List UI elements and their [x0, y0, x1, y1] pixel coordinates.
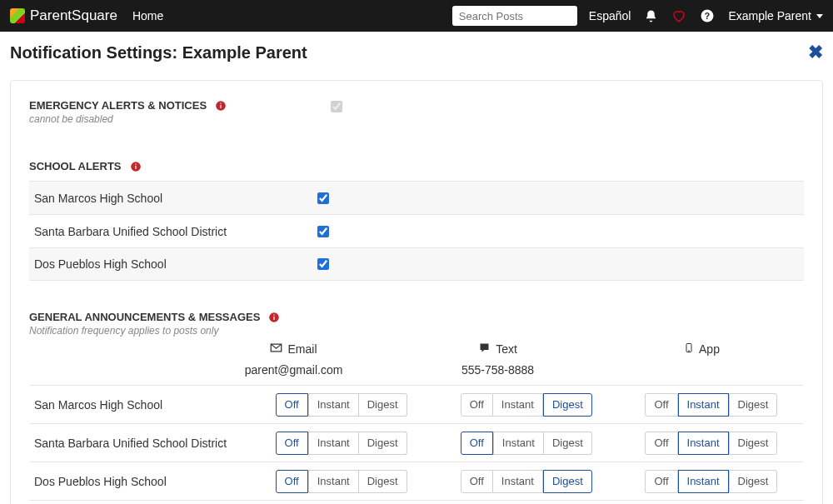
frequency-option-off[interactable]: Off [461, 432, 493, 455]
info-icon[interactable] [268, 312, 280, 323]
app-icon [684, 342, 694, 357]
frequency-option-off[interactable]: Off [276, 470, 308, 493]
school-alert-checkbox[interactable] [317, 226, 329, 237]
emergency-section: EMERGENCY ALERTS & NOTICES cannot be dis… [29, 99, 804, 125]
frequency-segmented-control: OffInstantDigest [276, 432, 407, 455]
frequency-option-off[interactable]: Off [645, 470, 677, 493]
frequency-option-digest[interactable]: Digest [543, 393, 592, 417]
channel-label: Text [496, 342, 517, 356]
frequency-option-instant[interactable]: Instant [308, 470, 359, 493]
frequency-option-off[interactable]: Off [276, 393, 308, 417]
frequency-option-instant[interactable]: Instant [493, 432, 544, 455]
frequency-option-instant[interactable]: Instant [493, 393, 543, 417]
school-name-label: Dos Pueblos High School [29, 475, 249, 488]
settings-panel: EMERGENCY ALERTS & NOTICES cannot be dis… [10, 80, 823, 504]
help-icon[interactable]: ? [700, 8, 715, 23]
table-row: San Marcos High SchoolOffInstantDigestOf… [29, 386, 804, 424]
emergency-sub: cannot be disabled [29, 113, 227, 125]
emergency-heading: EMERGENCY ALERTS & NOTICES [29, 99, 207, 112]
general-sub: Notification frequency applies to posts … [29, 325, 804, 337]
frequency-segmented-control: OffInstantDigest [645, 470, 777, 493]
school-name-label: San Marcos High School [29, 192, 317, 205]
frequency-segmented-control: OffInstantDigest [461, 470, 592, 493]
title-bar: Notification Settings: Example Parent ✖ [0, 32, 833, 63]
frequency-option-instant[interactable]: Instant [493, 470, 543, 493]
emergency-checkbox [331, 101, 342, 112]
user-name-label: Example Parent [728, 9, 811, 22]
school-name-label: Santa Barbara Unified School District [29, 437, 249, 450]
frequency-segmented-control: OffInstantDigest [461, 432, 592, 455]
frequency-option-off[interactable]: Off [645, 393, 677, 417]
frequency-option-instant[interactable]: Instant [678, 393, 729, 417]
school-alerts-heading: SCHOOL ALERTS [29, 160, 122, 172]
school-name-label: Dos Pueblos High School [29, 257, 317, 271]
language-toggle[interactable]: Español [589, 9, 631, 22]
general-heading: GENERAL ANNOUNCEMENTS & MESSAGES [29, 311, 260, 323]
svg-rect-10 [274, 314, 275, 315]
frequency-option-digest[interactable]: Digest [544, 432, 592, 455]
frequency-option-digest[interactable]: Digest [729, 432, 778, 455]
school-name-label: San Marcos High School [29, 398, 249, 412]
channel-header: App [600, 342, 804, 357]
table-row: Dos Pueblos High SchoolOffInstantDigestO… [29, 462, 804, 501]
frequency-option-instant[interactable]: Instant [678, 432, 729, 455]
channel-contact-value [600, 363, 804, 377]
email-icon [270, 342, 282, 357]
frequency-segmented-control: OffInstantDigest [276, 470, 407, 493]
frequency-option-digest[interactable]: Digest [543, 470, 592, 493]
frequency-option-digest[interactable]: Digest [359, 432, 407, 455]
frequency-option-off[interactable]: Off [461, 470, 493, 493]
svg-rect-3 [220, 104, 221, 107]
bell-icon[interactable] [644, 9, 658, 23]
caret-down-icon [816, 14, 823, 18]
frequency-option-off[interactable]: Off [276, 432, 308, 455]
frequency-segmented-control: OffInstantDigest [461, 393, 592, 417]
channel-label: Email [287, 342, 317, 356]
svg-rect-7 [135, 163, 136, 164]
channel-contact-value: parent@gmail.com [192, 363, 396, 377]
table-row: Santa Barbara Unified School DistrictOff… [29, 424, 804, 462]
table-row: Dos Pueblos High School [29, 247, 804, 281]
search-input[interactable] [452, 6, 577, 26]
svg-text:?: ? [705, 11, 710, 21]
frequency-segmented-control: OffInstantDigest [645, 432, 777, 455]
page-title: Notification Settings: Example Parent [10, 43, 307, 62]
table-row: Santa Barbara Unified School District [29, 214, 804, 247]
channel-label: App [699, 342, 720, 356]
text-icon [478, 342, 491, 357]
frequency-option-digest[interactable]: Digest [359, 393, 407, 417]
frequency-option-instant[interactable]: Instant [678, 470, 729, 493]
nav-home-link[interactable]: Home [132, 9, 163, 22]
table-row: San Marcos High School [29, 181, 804, 214]
frequency-option-instant[interactable]: Instant [308, 393, 359, 417]
frequency-segmented-control: OffInstantDigest [645, 393, 777, 417]
school-alerts-table: San Marcos High SchoolSanta Barbara Unif… [29, 181, 804, 281]
channel-header: Email [192, 342, 396, 357]
brand-name[interactable]: ParentSquare [30, 7, 117, 24]
svg-rect-4 [220, 102, 221, 103]
info-icon[interactable] [215, 100, 227, 112]
svg-rect-6 [135, 165, 136, 168]
info-icon[interactable] [130, 161, 142, 172]
frequency-option-digest[interactable]: Digest [359, 470, 407, 493]
frequency-option-digest[interactable]: Digest [729, 470, 778, 493]
navbar: ParentSquare Home Español ? Example Pare… [0, 0, 833, 32]
school-name-label: Santa Barbara Unified School District [29, 225, 317, 238]
heart-icon[interactable] [671, 8, 686, 23]
channel-header-row: EmailTextApp [29, 342, 804, 357]
contact-row: parent@gmail.com555-758-8888 [29, 363, 804, 386]
channel-header: Text [396, 342, 600, 357]
brand-logo-icon [10, 8, 25, 23]
frequency-option-digest[interactable]: Digest [729, 393, 778, 417]
user-menu[interactable]: Example Parent [728, 9, 823, 22]
close-icon[interactable]: ✖ [808, 42, 823, 63]
svg-rect-9 [274, 316, 275, 319]
school-alert-checkbox[interactable] [317, 258, 329, 270]
school-alert-checkbox[interactable] [317, 192, 329, 204]
frequency-segmented-control: OffInstantDigest [276, 393, 407, 417]
frequency-option-off[interactable]: Off [461, 393, 493, 417]
frequency-option-off[interactable]: Off [645, 432, 677, 455]
channel-contact-value: 555-758-8888 [396, 363, 600, 377]
frequency-option-instant[interactable]: Instant [308, 432, 359, 455]
